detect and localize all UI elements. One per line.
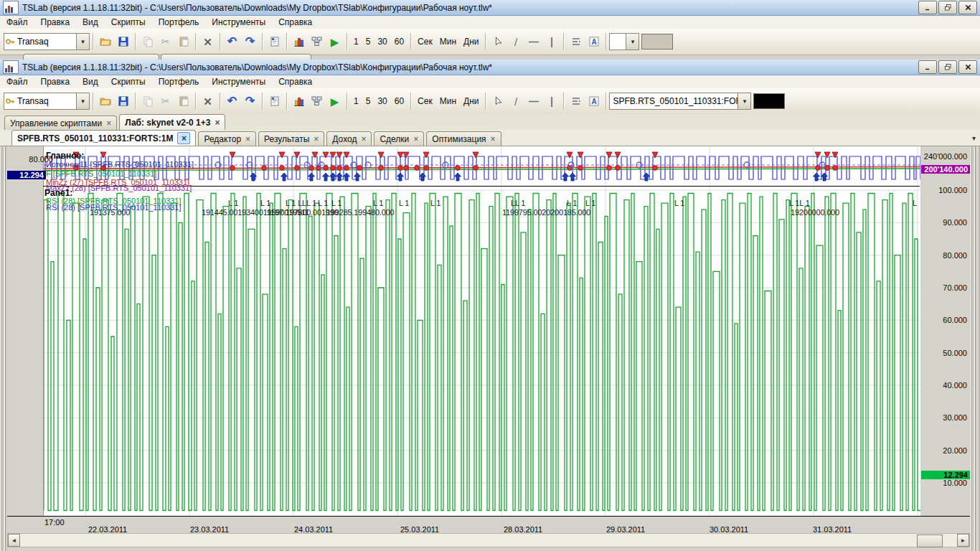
symbol-combo[interactable]: ▾ <box>609 33 639 50</box>
account-combo-arrow-icon[interactable]: ▾ <box>76 34 89 50</box>
cut-button[interactable]: ✂ <box>156 93 174 110</box>
tab-close-icon[interactable]: × <box>177 132 190 144</box>
delete-button[interactable]: ✕ <box>199 33 217 51</box>
scroll-thumb[interactable] <box>917 534 943 547</box>
menu-item-6[interactable]: Справка <box>272 76 319 88</box>
trendline-button[interactable]: / <box>507 93 524 110</box>
scroll-right-button[interactable]: ► <box>957 534 969 547</box>
tab-close-icon[interactable]: × <box>491 135 496 143</box>
text-button[interactable]: A <box>585 93 603 110</box>
scroll-left-button[interactable]: ◄ <box>8 534 20 547</box>
workspace-tab-0[interactable]: Управление скриптами× <box>4 116 117 130</box>
minimize-button[interactable] <box>918 1 937 14</box>
unit-1-button[interactable]: Мин <box>436 96 460 106</box>
document-tab-0[interactable]: SPFB.RTS_050101_110331:FORTS:1M× <box>11 130 196 146</box>
strategy-button[interactable] <box>308 93 326 110</box>
document-tab-2[interactable]: Результаты× <box>258 131 324 146</box>
close-button[interactable] <box>958 1 977 14</box>
copy-button[interactable] <box>138 93 156 110</box>
open-button[interactable] <box>96 33 114 51</box>
properties-button[interactable] <box>265 33 283 51</box>
unit-2-button[interactable]: Дни <box>460 96 482 106</box>
menu-item-6[interactable]: Справка <box>272 17 319 28</box>
color-swatch[interactable] <box>753 93 785 109</box>
levels-button[interactable] <box>567 93 585 110</box>
timeframe-30-button[interactable]: 30 <box>374 96 390 106</box>
chart-button[interactable] <box>290 93 308 110</box>
tab-close-icon[interactable]: × <box>314 135 319 143</box>
scroll-track[interactable] <box>20 534 957 547</box>
cursor-button[interactable] <box>489 93 507 110</box>
save-button[interactable] <box>114 33 132 51</box>
symbol-combo-arrow-icon[interactable]: ▾ <box>738 93 750 109</box>
account-combo[interactable]: Transaq▾ <box>4 93 90 110</box>
account-combo-arrow-icon[interactable]: ▾ <box>76 93 89 109</box>
levels-button[interactable] <box>567 33 585 51</box>
timeframe-1-button[interactable]: 1 <box>350 37 362 47</box>
paste-button[interactable] <box>174 93 192 110</box>
trendline-button[interactable]: / <box>507 33 524 51</box>
symbol-combo-arrow-icon[interactable]: ▾ <box>626 34 639 50</box>
unit-1-button[interactable]: Мин <box>436 37 460 47</box>
menu-item-3[interactable]: Скрипты <box>105 17 152 28</box>
workspace-tab-1[interactable]: Лаб: skynet v2-0 1+3× <box>119 114 225 130</box>
close-button[interactable] <box>958 60 977 74</box>
left-splitter-gripper[interactable] <box>0 146 7 551</box>
properties-button[interactable] <box>265 93 283 110</box>
document-tab-1[interactable]: Редактор× <box>198 131 256 146</box>
save-button[interactable] <box>114 93 132 110</box>
menu-item-4[interactable]: Портфель <box>152 76 206 88</box>
tab-close-icon[interactable]: × <box>215 118 220 127</box>
redo-button[interactable]: ↷ <box>241 93 259 110</box>
restore-button[interactable] <box>938 60 957 74</box>
right-splitter-gripper[interactable] <box>970 146 980 551</box>
timeframe-60-button[interactable]: 60 <box>391 96 407 106</box>
hline-button[interactable]: — <box>524 93 542 110</box>
undo-button[interactable]: ↶ <box>223 93 241 110</box>
timeframe-30-button[interactable]: 30 <box>374 37 390 47</box>
timeframe-5-button[interactable]: 5 <box>362 37 374 47</box>
horizontal-scrollbar[interactable]: ◄► <box>7 533 970 547</box>
open-button[interactable] <box>96 93 114 110</box>
cut-button[interactable]: ✂ <box>156 33 174 51</box>
tab-close-icon[interactable]: × <box>106 119 111 128</box>
strategy-button[interactable] <box>308 33 326 51</box>
run-button[interactable]: ▶ <box>326 93 344 110</box>
document-tab-5[interactable]: Оптимизация× <box>426 131 501 146</box>
menu-item-1[interactable]: Правка <box>34 17 77 28</box>
menu-item-0[interactable]: Файл <box>0 17 34 28</box>
copy-button[interactable] <box>138 33 156 51</box>
menu-item-3[interactable]: Скрипты <box>105 76 152 88</box>
account-combo[interactable]: Transaq▾ <box>4 33 90 50</box>
document-tab-3[interactable]: Доход× <box>326 131 372 146</box>
run-button[interactable]: ▶ <box>326 33 344 51</box>
unit-2-button[interactable]: Дни <box>460 37 482 47</box>
timeframe-5-button[interactable]: 5 <box>362 96 374 106</box>
cursor-button[interactable] <box>489 33 507 51</box>
text-button[interactable]: A <box>585 33 603 51</box>
undo-button[interactable]: ↶ <box>223 33 241 51</box>
document-tab-4[interactable]: Сделки× <box>374 131 424 146</box>
menu-item-0[interactable]: Файл <box>0 76 34 88</box>
tab-overflow-dropdown-icon[interactable]: ▾ <box>972 134 976 142</box>
tab-close-icon[interactable]: × <box>361 135 366 143</box>
menu-item-5[interactable]: Инструменты <box>205 17 272 28</box>
unit-0-button[interactable]: Сек <box>414 96 436 106</box>
vline-button[interactable]: | <box>542 33 560 51</box>
chart-button[interactable] <box>290 33 308 51</box>
delete-button[interactable]: ✕ <box>199 93 217 110</box>
minimize-button[interactable] <box>918 60 937 74</box>
hline-button[interactable]: — <box>524 33 542 51</box>
timeframe-60-button[interactable]: 60 <box>391 37 407 47</box>
tab-close-icon[interactable]: × <box>245 135 250 143</box>
menu-item-2[interactable]: Вид <box>76 76 105 88</box>
menu-item-1[interactable]: Правка <box>34 76 77 88</box>
menu-item-5[interactable]: Инструменты <box>205 76 272 88</box>
color-swatch[interactable] <box>641 34 673 50</box>
paste-button[interactable] <box>174 33 192 51</box>
symbol-combo[interactable]: SPFB.RTS_050101_110331:FORTS▾ <box>609 93 751 110</box>
tab-close-icon[interactable]: × <box>413 135 418 143</box>
redo-button[interactable]: ↷ <box>241 33 259 51</box>
menu-item-2[interactable]: Вид <box>76 17 105 28</box>
timeframe-1-button[interactable]: 1 <box>350 96 362 106</box>
